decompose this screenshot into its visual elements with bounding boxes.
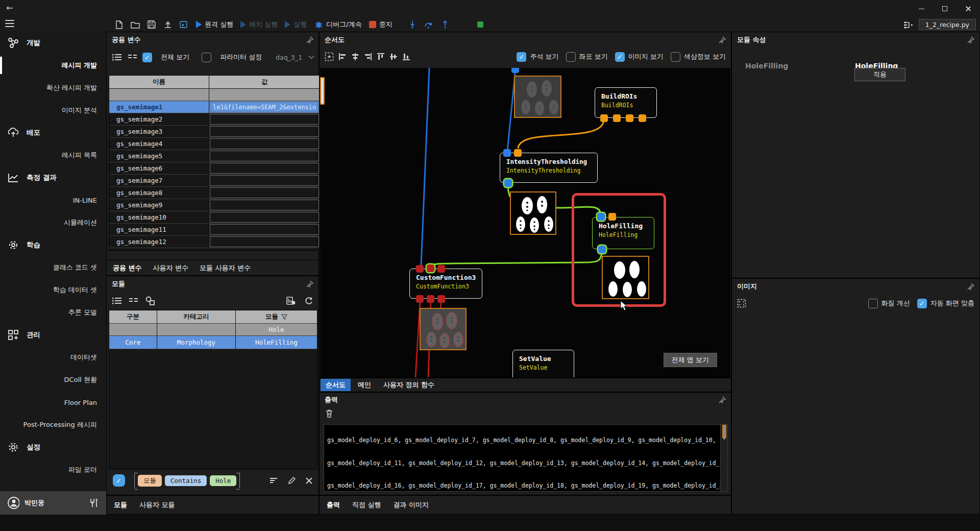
- menu-icon[interactable]: [5, 20, 14, 27]
- table-row[interactable]: gs_semimage12: [109, 236, 320, 248]
- coordinates-view-checkbox[interactable]: [566, 52, 576, 62]
- refresh-icon[interactable]: [304, 296, 313, 305]
- align-top-icon[interactable]: [377, 53, 385, 61]
- modules-filter-row[interactable]: Hole: [109, 324, 317, 336]
- align-left-icon[interactable]: [338, 53, 347, 61]
- port-intensity-in-1[interactable]: [503, 149, 511, 157]
- tab-flowchart[interactable]: 순서도: [321, 379, 351, 391]
- tab-user-functions[interactable]: 사용자 정의 함수: [378, 379, 439, 391]
- column-category[interactable]: 카테고리: [157, 310, 236, 323]
- sidebar-item-inference-model[interactable]: 추론 모델: [0, 301, 106, 324]
- table-row[interactable]: gs_semimage6: [109, 162, 320, 175]
- sidebar-item-settings[interactable]: 설정: [0, 436, 106, 458]
- align-right-icon[interactable]: [364, 53, 372, 61]
- sidebar-item-management[interactable]: 관리: [0, 324, 106, 346]
- open-folder-icon[interactable]: [131, 20, 140, 29]
- param-setting-checkbox[interactable]: [202, 53, 211, 62]
- recipe-file-tab[interactable]: 1_2_recipe.py: [919, 19, 976, 30]
- filter-chip-value[interactable]: Hole: [210, 475, 236, 486]
- filter-chip-field[interactable]: 모듈: [138, 475, 162, 487]
- table-row[interactable]: gs_semimage3: [109, 126, 320, 138]
- table-row[interactable]: gs_semimage7: [109, 175, 320, 187]
- align-middle-icon[interactable]: [389, 53, 398, 61]
- node-intensitythresholding[interactable]: IntensityThresholding IntensityThreshold…: [500, 153, 598, 183]
- debug-continue-button[interactable]: 디버그/계속: [314, 20, 361, 29]
- close-button[interactable]: [957, 0, 980, 17]
- port-canvas-top[interactable]: [511, 68, 519, 73]
- port-holefilling-in-1[interactable]: [597, 213, 605, 221]
- node-customfunction3[interactable]: CustomFunction3 CustomFunction3: [409, 269, 482, 299]
- table-row[interactable]: gs_semimage4: [109, 138, 320, 150]
- node-buildrois[interactable]: BuildROIs BuildROIs: [595, 87, 657, 118]
- table-row[interactable]: gs_semimage10: [109, 211, 320, 224]
- node-setvalue[interactable]: SetValue SetValue: [512, 350, 574, 377]
- variables-filter-row[interactable]: [109, 89, 320, 101]
- sidebar-item-class-code-set[interactable]: 클래스 코드 셋: [0, 256, 106, 279]
- colorinfo-view-checkbox[interactable]: [671, 52, 680, 62]
- sidebar-item-dcoll-status[interactable]: DColl 현황: [0, 369, 106, 391]
- list-view-icon[interactable]: [112, 53, 122, 61]
- full-map-button[interactable]: 전체 맵 보기: [664, 353, 717, 367]
- port-customfunction3-out-2[interactable]: [427, 295, 434, 303]
- sidebar-item-training-dataset[interactable]: 학습 데이터 셋: [0, 279, 106, 301]
- tools-icon[interactable]: [88, 497, 99, 509]
- tab-module-user-variables[interactable]: 모듈 사용자 변수: [200, 263, 251, 273]
- output-console[interactable]: gs_model_deploy_id_6, gs_model_deploy_id…: [324, 424, 728, 492]
- user-profile[interactable]: 박민웅: [0, 491, 106, 515]
- sidebar-item-deploy[interactable]: 배포: [0, 122, 106, 144]
- branch-icon[interactable]: [903, 20, 915, 30]
- batch-run-button[interactable]: 배치 실행: [240, 20, 278, 29]
- table-row[interactable]: gs_semimage11: [109, 224, 320, 236]
- grid-view-icon[interactable]: [127, 53, 137, 61]
- port-buildrois-out-2[interactable]: [613, 114, 621, 122]
- quality-enhance-checkbox[interactable]: [868, 299, 878, 308]
- back-arrow-icon[interactable]: ←: [6, 3, 13, 13]
- tab-user-modules[interactable]: 사용자 모듈: [139, 500, 175, 510]
- port-customfunction3-in-1[interactable]: [416, 265, 424, 273]
- tab-user-variables[interactable]: 사용자 변수: [153, 263, 189, 273]
- step-over-icon[interactable]: [424, 20, 433, 29]
- table-row[interactable]: gs_semimage9: [109, 199, 320, 211]
- table-row[interactable]: Core Morphology HoleFilling: [109, 336, 317, 349]
- port-customfunction3-out-3[interactable]: [437, 295, 445, 303]
- align-center-icon[interactable]: [351, 53, 359, 61]
- table-row[interactable]: gs_semimage2: [109, 113, 320, 126]
- sidebar-item-recipe-dev[interactable]: 레시피 개발: [0, 54, 106, 77]
- list-view-icon[interactable]: [112, 297, 122, 305]
- sidebar-item-file-loader[interactable]: 파일 로더: [0, 458, 106, 481]
- align-bottom-icon[interactable]: [402, 53, 410, 61]
- annotation-view-checkbox[interactable]: [517, 52, 526, 62]
- export-module-icon[interactable]: [286, 296, 296, 305]
- node-holefilling[interactable]: HoleFilling HoleFilling: [592, 217, 654, 249]
- edit-pencil-icon[interactable]: [288, 477, 296, 485]
- run-button[interactable]: 실행: [285, 20, 307, 29]
- apply-button[interactable]: 적용: [854, 68, 905, 81]
- port-customfunction3-in-3[interactable]: [437, 265, 445, 273]
- show-all-checkbox[interactable]: [142, 53, 152, 62]
- grid-view-icon[interactable]: [128, 297, 138, 305]
- column-value[interactable]: 값: [209, 76, 320, 88]
- sidebar-item-dataset[interactable]: 데이터셋: [0, 346, 106, 369]
- sidebar-item-ext-recipe-dev[interactable]: 확산 레시피 개발: [0, 77, 106, 99]
- port-buildrois-out-4[interactable]: [639, 114, 646, 122]
- port-intensity-in-2[interactable]: [514, 149, 522, 157]
- table-row[interactable]: gs_semimage8: [109, 187, 320, 199]
- port-customfunction3-out-1[interactable]: [416, 295, 424, 303]
- column-name[interactable]: 이름: [109, 76, 209, 88]
- export-run-icon[interactable]: [180, 20, 189, 29]
- sidebar-item-floor-plan[interactable]: Floor Plan: [0, 391, 106, 414]
- tab-result-images[interactable]: 결과 이미지: [394, 500, 429, 510]
- column-type[interactable]: 구분: [109, 310, 157, 323]
- sidebar-item-image-analysis[interactable]: 이미지 분석: [0, 99, 106, 122]
- daq-dropdown[interactable]: daq_3_1: [276, 54, 313, 61]
- sidebar-item-simulation[interactable]: 시뮬레이션: [0, 211, 106, 234]
- pin-icon[interactable]: [306, 280, 313, 287]
- module-group-icon[interactable]: [144, 296, 156, 305]
- tab-shared-variables[interactable]: 공용 변수: [113, 263, 142, 273]
- fit-view-icon[interactable]: [325, 52, 334, 61]
- stop-button[interactable]: 중지: [369, 20, 393, 29]
- scrollbar-thumb[interactable]: [722, 425, 726, 438]
- maximize-button[interactable]: [933, 0, 957, 17]
- tab-direct-run[interactable]: 직접 실행: [352, 500, 381, 510]
- pin-icon[interactable]: [306, 36, 313, 43]
